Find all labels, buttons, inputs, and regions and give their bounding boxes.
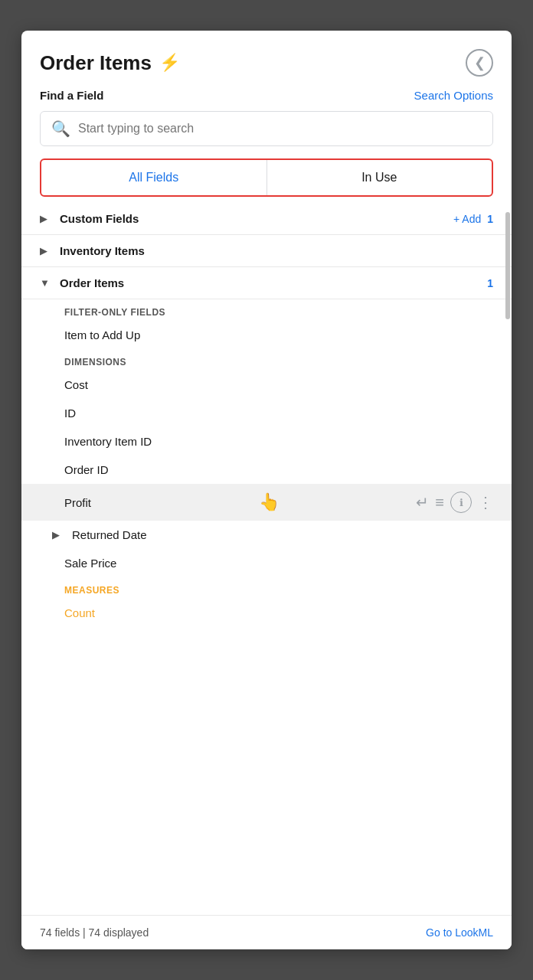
field-cost[interactable]: Cost [21,371,512,399]
custom-fields-count: 1 [487,213,493,225]
order-items-label: Order Items [60,276,487,289]
field-name-id: ID [64,407,493,420]
back-icon: ❮ [474,54,486,71]
fields-list-wrapper: ▶ Custom Fields + Add 1 ▶ Inventory Item… [21,197,512,915]
footer-info: 74 fields | 74 displayed [40,926,149,939]
filter-icon[interactable]: ≡ [435,494,444,511]
main-panel: Order Items ⚡ ❮ Find a Field Search Opti… [21,31,512,949]
search-input[interactable] [78,122,482,136]
field-item-to-add-up[interactable]: Item to Add Up [21,321,512,349]
field-order-id[interactable]: Order ID [21,456,512,484]
expand-arrow-custom: ▶ [40,213,55,224]
field-name-returned-date: Returned Date [72,528,493,541]
expand-arrow-order: ▼ [40,277,55,289]
field-returned-date[interactable]: ▶ Returned Date [21,521,512,549]
tabs-row: All Fields In Use [40,158,493,197]
section-order-items[interactable]: ▼ Order Items 1 [21,267,512,299]
scrollbar-thumb[interactable] [505,212,510,319]
field-count[interactable]: Count [21,599,512,627]
header-left: Order Items ⚡ [40,51,180,75]
add-custom-field-button[interactable]: + Add [453,213,481,225]
field-name-order-id: Order ID [64,463,493,476]
search-options-link[interactable]: Search Options [414,89,493,102]
field-id[interactable]: ID [21,399,512,427]
tab-in-use[interactable]: In Use [267,160,492,195]
search-icon: 🔍 [51,119,70,138]
expand-arrow-inventory: ▶ [40,245,55,256]
field-name-count: Count [64,606,493,619]
expand-arrow-returned-date: ▶ [52,529,67,541]
back-button[interactable]: ❮ [466,49,493,77]
field-name-profit: Profit [64,496,416,509]
more-icon[interactable]: ⋮ [478,493,493,511]
field-profit[interactable]: Profit ↵ ≡ ℹ ⋮ 👆 [21,484,512,521]
section-inventory-items[interactable]: ▶ Inventory Items [21,235,512,267]
search-bar: 🔍 [40,111,493,146]
lightning-icon: ⚡ [159,53,180,73]
profit-field-actions: ↵ ≡ ℹ ⋮ [416,492,493,513]
find-field-row: Find a Field Search Options [21,77,512,108]
section-custom-fields[interactable]: ▶ Custom Fields + Add 1 [21,203,512,235]
info-icon[interactable]: ℹ [450,492,472,513]
page-title: Order Items [40,51,152,75]
tab-all-fields[interactable]: All Fields [41,160,267,195]
field-name-sale-price: Sale Price [64,557,493,570]
cursor-icon: 👆 [259,492,280,512]
custom-fields-label: Custom Fields [60,212,453,225]
inventory-items-label: Inventory Items [60,244,493,257]
footer: 74 fields | 74 displayed Go to LookML [21,915,512,949]
fields-list: ▶ Custom Fields + Add 1 ▶ Inventory Item… [21,203,512,627]
find-field-label: Find a Field [40,89,103,102]
field-sale-price[interactable]: Sale Price [21,549,512,577]
order-items-count: 1 [487,277,493,289]
header: Order Items ⚡ ❮ [21,31,512,77]
measures-label: MEASURES [21,577,512,599]
field-name-item-to-add-up: Item to Add Up [64,328,493,341]
filter-only-label: FILTER-ONLY FIELDS [21,299,512,321]
goto-lookml-link[interactable]: Go to LookML [426,926,493,939]
scrollbar-track[interactable] [505,197,510,915]
dimensions-label: DIMENSIONS [21,349,512,371]
field-name-inventory-item-id: Inventory Item ID [64,435,493,448]
field-name-cost: Cost [64,378,493,391]
field-inventory-item-id[interactable]: Inventory Item ID [21,427,512,456]
return-icon[interactable]: ↵ [416,493,429,511]
